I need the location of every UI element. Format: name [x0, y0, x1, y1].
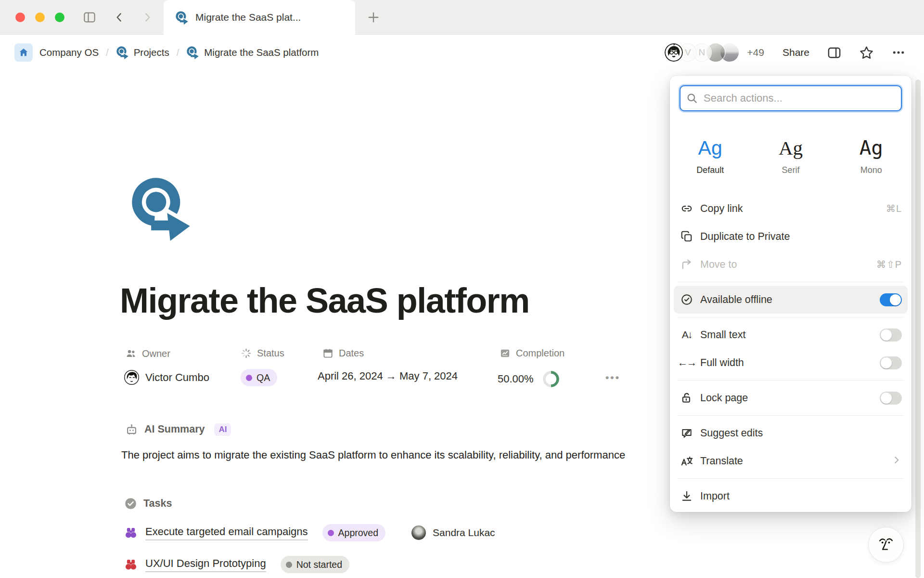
- status-dot: [246, 375, 252, 381]
- search-actions-input[interactable]: [680, 85, 902, 111]
- menu-divider: [678, 478, 904, 479]
- assignee-avatar: [411, 525, 426, 540]
- breadcrumb-item-workspace[interactable]: Company OS: [39, 47, 99, 58]
- status-spinner-icon: [241, 348, 252, 359]
- binoculars-icon: [124, 526, 138, 539]
- menu-item-suggest-edits[interactable]: Suggest edits: [670, 419, 911, 447]
- menu-item-translate[interactable]: Translate: [670, 447, 911, 475]
- task-status-pill[interactable]: Not started: [281, 556, 349, 573]
- lock-page-toggle[interactable]: [880, 392, 902, 405]
- property-owner-value[interactable]: Victor Cumbo: [124, 370, 209, 385]
- available-offline-toggle[interactable]: [880, 293, 902, 306]
- task-row: Execute targeted email campaigns Approve…: [124, 524, 495, 541]
- page-logo-icon: [186, 45, 199, 60]
- page-header: Company OS / Projects / Migrate the SaaS…: [0, 35, 924, 70]
- owner-avatar: [124, 370, 139, 385]
- menu-item-full-width[interactable]: ←→ Full width: [670, 349, 911, 377]
- font-style-options: Ag Default Ag Serif Ag Mono: [670, 122, 911, 192]
- small-text-toggle[interactable]: [880, 328, 902, 342]
- offline-check-icon: [680, 293, 694, 306]
- new-tab-icon[interactable]: [365, 9, 382, 26]
- shortcut-hint: ⌘L: [886, 203, 902, 214]
- menu-item-move-to[interactable]: Move to ⌘⇧P: [670, 250, 911, 278]
- menu-item-import[interactable]: Import: [670, 482, 911, 510]
- window-controls: [15, 13, 64, 22]
- status-pill: QA: [241, 369, 277, 386]
- task-link[interactable]: Execute targeted email campaigns: [145, 525, 308, 540]
- translate-icon: [680, 455, 694, 468]
- menu-item-duplicate[interactable]: Duplicate to Private: [670, 223, 911, 250]
- suggest-edits-icon: [680, 427, 694, 439]
- more-options-icon[interactable]: [891, 45, 906, 60]
- minimize-window-button[interactable]: [35, 13, 45, 22]
- task-status-pill[interactable]: Approved: [322, 524, 385, 541]
- check-circle-icon: [124, 497, 137, 510]
- shortcut-hint: ⌘⇧P: [876, 259, 902, 270]
- chart-icon: [500, 348, 511, 359]
- page-title[interactable]: Migrate the SaaS platform: [120, 281, 529, 320]
- font-option-mono[interactable]: Ag Mono: [831, 122, 911, 192]
- task-row: UX/UI Design Prototyping Not started: [124, 556, 349, 573]
- menu-item-available-offline[interactable]: Available offline: [674, 286, 908, 314]
- property-label-status[interactable]: Status: [241, 348, 284, 359]
- projects-icon: [116, 45, 128, 60]
- back-icon[interactable]: [111, 9, 128, 26]
- property-label-completion[interactable]: Completion: [500, 348, 565, 359]
- chevron-right-icon: [891, 455, 902, 468]
- tasks-heading[interactable]: Tasks: [124, 497, 172, 510]
- notion-ai-face-button[interactable]: [868, 527, 904, 563]
- menu-item-copy-link[interactable]: Copy link ⌘L: [670, 195, 911, 223]
- task-link[interactable]: UX/UI Design Prototyping: [145, 557, 266, 572]
- menu-item-small-text[interactable]: A↓ Small text: [670, 321, 911, 349]
- binoculars-icon: [124, 558, 138, 571]
- breadcrumb-separator: /: [106, 47, 109, 58]
- font-option-default[interactable]: Ag Default: [670, 122, 750, 192]
- ai-summary-heading[interactable]: AI Summary AI: [125, 423, 231, 436]
- tab-title: Migrate the SaaS plat...: [195, 12, 301, 23]
- share-button[interactable]: Share: [783, 47, 809, 58]
- side-peek-icon[interactable]: [827, 45, 842, 60]
- ai-badge: AI: [214, 423, 231, 436]
- full-width-toggle[interactable]: [880, 356, 902, 369]
- sidebar-toggle-icon[interactable]: [81, 9, 98, 26]
- font-option-serif[interactable]: Ag Serif: [750, 122, 831, 192]
- tab-page-logo-icon: [175, 10, 188, 25]
- zoom-window-button[interactable]: [55, 13, 64, 22]
- people-icon: [125, 348, 137, 359]
- property-label-owner[interactable]: Owner: [125, 348, 170, 359]
- robot-icon: [125, 423, 138, 436]
- breadcrumb-item-page[interactable]: Migrate the SaaS platform: [204, 47, 319, 58]
- browser-tab[interactable]: Migrate the SaaS plat...: [164, 0, 355, 35]
- more-properties-button[interactable]: •••: [605, 372, 620, 383]
- breadcrumb: Company OS / Projects / Migrate the SaaS…: [14, 43, 319, 62]
- menu-divider: [678, 415, 904, 416]
- home-icon[interactable]: [14, 43, 33, 62]
- collaborator-avatars[interactable]: V N: [664, 42, 740, 63]
- completion-ring: [542, 370, 560, 388]
- close-window-button[interactable]: [15, 13, 25, 22]
- property-completion-value[interactable]: 50.00%: [498, 370, 560, 388]
- move-to-icon: [680, 258, 694, 271]
- small-text-icon: A↓: [680, 329, 694, 341]
- property-dates-value[interactable]: April 26, 2024 → May 7, 2024: [318, 370, 458, 382]
- page-scrollbar[interactable]: [915, 79, 921, 578]
- forward-icon[interactable]: [139, 9, 156, 26]
- header-actions: V N +49 Share: [664, 42, 906, 63]
- property-status-value[interactable]: QA: [241, 369, 277, 386]
- collaborators-overflow-count[interactable]: +49: [747, 47, 764, 58]
- app-window: Migrate the SaaS plat... Company OS / Pr…: [0, 0, 924, 578]
- duplicate-icon: [680, 230, 694, 243]
- page-icon[interactable]: [129, 172, 191, 245]
- link-icon: [680, 202, 694, 215]
- breadcrumb-item-projects[interactable]: Projects: [134, 47, 169, 58]
- menu-item-lock-page[interactable]: Lock page: [670, 384, 911, 412]
- ai-face-icon: [875, 534, 897, 555]
- ai-summary-text: The project aims to migrate the existing…: [121, 449, 625, 461]
- favorite-star-icon[interactable]: [859, 45, 874, 60]
- import-icon: [680, 490, 694, 502]
- breadcrumb-separator: /: [177, 47, 180, 58]
- property-label-dates[interactable]: Dates: [322, 348, 364, 359]
- page-options-menu: Ag Default Ag Serif Ag Mono Copy link: [670, 76, 911, 512]
- browser-tab-bar: Migrate the SaaS plat...: [0, 0, 924, 35]
- task-assignee[interactable]: Sandra Lukac: [411, 525, 495, 540]
